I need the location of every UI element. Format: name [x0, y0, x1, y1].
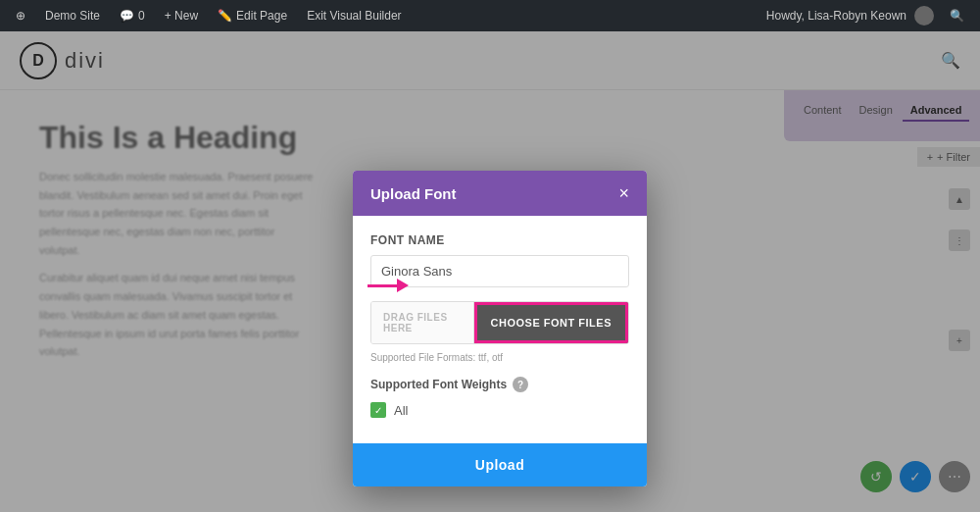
comment-count: 0	[138, 9, 145, 23]
choose-files-label: CHOOSE FONT FILES	[491, 317, 612, 329]
wp-icon: ⊕	[16, 9, 25, 23]
modal-close-button[interactable]: ×	[618, 184, 629, 202]
user-name: Howdy, Lisa-Robyn Keown	[766, 9, 906, 23]
weight-all-item: ✓ All	[370, 402, 629, 418]
search-admin-icon: 🔍	[950, 9, 964, 23]
arrow-head	[397, 279, 409, 292]
user-greeting[interactable]: Howdy, Lisa-Robyn Keown	[759, 0, 942, 31]
admin-bar: ⊕ Demo Site 💬 0 + New ✏️ Edit Page Exit …	[0, 0, 980, 31]
user-avatar	[914, 6, 934, 26]
upload-area: DRAG FILES HERE CHOOSE FONT FILES	[370, 301, 629, 344]
edit-page-label: Edit Page	[236, 9, 287, 23]
demo-site-label: Demo Site	[45, 9, 100, 23]
font-weights-text: Supported Font Weights	[370, 378, 507, 391]
weight-all-checkbox[interactable]: ✓	[370, 402, 386, 418]
edit-icon: ✏️	[218, 9, 232, 23]
comments-item[interactable]: 💬 0	[112, 0, 153, 31]
demo-site-item[interactable]: Demo Site	[37, 0, 108, 31]
weight-all-label: All	[394, 403, 408, 418]
arrow-indicator	[368, 279, 409, 292]
upload-button[interactable]: Upload	[353, 443, 647, 486]
page-area: D divi 🔍 This Is a Heading Donec sollici…	[0, 31, 980, 512]
drag-files-zone[interactable]: DRAG FILES HERE	[371, 302, 474, 343]
drag-files-label: DRAG FILES HERE	[383, 312, 462, 333]
new-item[interactable]: + New	[157, 0, 206, 31]
exit-builder-label: Exit Visual Builder	[307, 9, 402, 23]
edit-page-item[interactable]: ✏️ Edit Page	[210, 0, 295, 31]
admin-bar-right: Howdy, Lisa-Robyn Keown 🔍	[759, 0, 972, 31]
wp-logo-item[interactable]: ⊕	[8, 0, 33, 31]
search-admin-item[interactable]: 🔍	[942, 0, 972, 31]
supported-formats-text: Supported File Formats: ttf, otf	[370, 352, 629, 363]
font-weights-help-icon[interactable]: ?	[513, 377, 528, 392]
modal-title: Upload Font	[370, 185, 456, 202]
modal-header: Upload Font ×	[353, 171, 647, 216]
upload-font-modal: Upload Font × Font Name DRAG FILES HERE …	[353, 171, 647, 486]
comment-icon: 💬	[120, 9, 134, 23]
modal-body: Font Name DRAG FILES HERE CHOOSE FONT FI…	[353, 216, 647, 443]
choose-font-files-button[interactable]: CHOOSE FONT FILES	[474, 302, 628, 343]
arrow-line	[368, 284, 397, 287]
modal-footer: Upload	[353, 443, 647, 486]
font-name-label: Font Name	[370, 233, 629, 247]
exit-builder-item[interactable]: Exit Visual Builder	[299, 0, 410, 31]
font-weights-label: Supported Font Weights ?	[370, 377, 629, 392]
font-name-input[interactable]	[370, 255, 629, 287]
new-label: + New	[165, 9, 198, 23]
